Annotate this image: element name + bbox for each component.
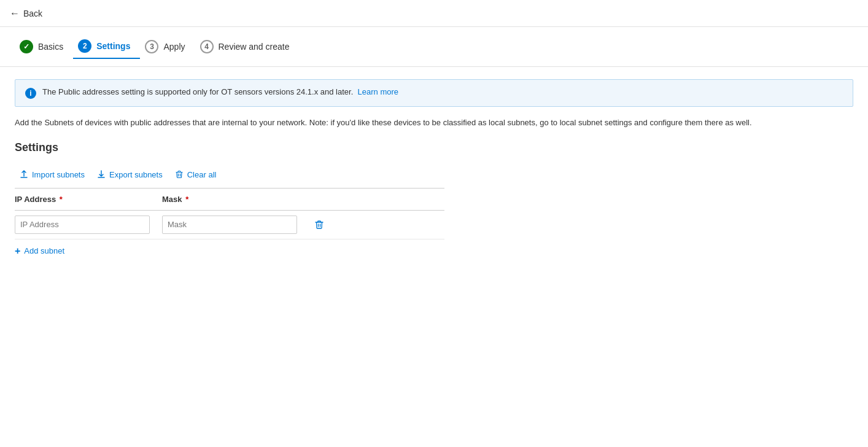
- step-basics[interactable]: ✓ Basics: [15, 35, 73, 58]
- toolbar: Import subnets Export subnets: [15, 166, 444, 183]
- step-settings-label: Settings: [96, 41, 130, 51]
- back-arrow-icon: ←: [10, 8, 20, 19]
- plus-icon: +: [15, 246, 20, 257]
- back-button[interactable]: ← Back: [10, 8, 42, 19]
- top-bar: ← Back: [0, 0, 868, 27]
- step-settings-circle: 2: [78, 39, 91, 53]
- section-title: Settings: [15, 141, 853, 154]
- download-icon: [97, 170, 106, 179]
- back-label: Back: [23, 9, 42, 18]
- clear-all-button[interactable]: Clear all: [170, 166, 222, 183]
- learn-more-link[interactable]: Learn more: [358, 87, 398, 96]
- ip-address-input[interactable]: [15, 216, 150, 234]
- wizard-steps: ✓ Basics 2 Settings 3 Apply 4 Review and…: [0, 27, 868, 67]
- step-review[interactable]: 4 Review and create: [195, 35, 300, 58]
- export-subnets-button[interactable]: Export subnets: [92, 166, 168, 183]
- step-review-circle: 4: [200, 40, 214, 53]
- mask-header: Mask *: [162, 195, 309, 204]
- info-icon: i: [25, 88, 36, 99]
- ip-required-star: *: [57, 195, 63, 204]
- mask-input[interactable]: [162, 216, 297, 234]
- import-subnets-button[interactable]: Import subnets: [15, 166, 90, 183]
- step-review-label: Review and create: [219, 42, 290, 52]
- mask-required-star: *: [184, 195, 189, 204]
- upload-icon: [20, 170, 28, 179]
- table-row: [15, 211, 444, 239]
- info-banner: i The Public addresses setting is suppor…: [15, 79, 853, 107]
- delete-row-button[interactable]: [309, 217, 329, 232]
- table-container: Import subnets Export subnets: [15, 166, 444, 263]
- main-content: i The Public addresses setting is suppor…: [0, 67, 868, 275]
- trash-icon: [175, 170, 184, 179]
- clear-all-label: Clear all: [187, 170, 217, 179]
- step-basics-circle: ✓: [20, 40, 33, 53]
- step-apply-label: Apply: [163, 42, 185, 52]
- import-subnets-label: Import subnets: [32, 170, 85, 179]
- table-header: IP Address * Mask *: [15, 189, 444, 211]
- step-apply-circle: 3: [145, 40, 158, 53]
- step-settings[interactable]: 2 Settings: [73, 34, 140, 59]
- ip-address-header: IP Address *: [15, 195, 162, 204]
- export-subnets-label: Export subnets: [109, 170, 163, 179]
- add-subnet-label: Add subnet: [24, 246, 64, 255]
- add-subnet-button[interactable]: + Add subnet: [15, 239, 64, 263]
- step-apply[interactable]: 3 Apply: [140, 35, 195, 58]
- description-text: Add the Subnets of devices with public a…: [15, 117, 853, 129]
- delete-icon: [314, 220, 324, 230]
- info-banner-text: The Public addresses setting is supporte…: [42, 87, 398, 96]
- step-basics-label: Basics: [38, 42, 63, 52]
